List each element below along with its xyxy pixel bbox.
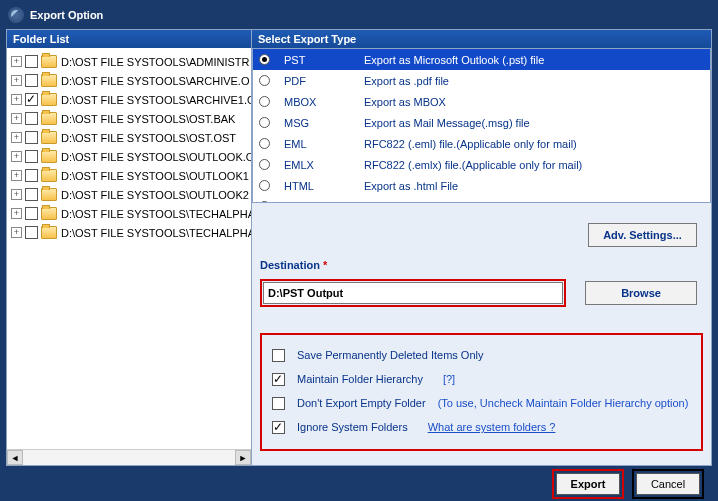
export-type-description: Export as .pdf file bbox=[364, 75, 704, 87]
tree-row[interactable]: +D:\OST FILE SYSTOOLS\OST.BAK bbox=[11, 109, 251, 128]
export-type-radio[interactable] bbox=[259, 180, 270, 191]
tree-row[interactable]: +D:\OST FILE SYSTOOLS\ARCHIVE1.O bbox=[11, 90, 251, 109]
folder-checkbox[interactable] bbox=[25, 93, 38, 106]
required-indicator: * bbox=[323, 259, 327, 271]
expand-icon[interactable]: + bbox=[11, 132, 22, 143]
expand-icon[interactable]: + bbox=[11, 75, 22, 86]
tree-row[interactable]: +D:\OST FILE SYSTOOLS\TECHALPHA bbox=[11, 223, 251, 242]
export-type-list[interactable]: PSTExport as Microsoft Outlook (.pst) fi… bbox=[252, 48, 711, 203]
option-ignore-system[interactable]: Ignore System Folders What are system fo… bbox=[272, 415, 691, 439]
export-type-row[interactable]: MBOXExport as MBOX bbox=[253, 91, 710, 112]
tree-row[interactable]: +D:\OST FILE SYSTOOLS\OUTLOOK1 bbox=[11, 166, 251, 185]
export-type-description: Export as .html File bbox=[364, 180, 704, 192]
export-type-row[interactable]: MSGExport as Mail Message(.msg) file bbox=[253, 112, 710, 133]
folder-icon bbox=[41, 150, 57, 163]
expand-icon[interactable]: + bbox=[11, 94, 22, 105]
help-link[interactable]: [?] bbox=[443, 373, 455, 385]
tree-row[interactable]: +D:\OST FILE SYSTOOLS\OST.OST bbox=[11, 128, 251, 147]
folder-label: D:\OST FILE SYSTOOLS\ARCHIVE1.O bbox=[61, 94, 251, 106]
no-empty-hint: (To use, Uncheck Maintain Folder Hierarc… bbox=[438, 397, 689, 409]
folder-checkbox[interactable] bbox=[25, 226, 38, 239]
app-icon bbox=[8, 7, 24, 23]
folder-checkbox[interactable] bbox=[25, 131, 38, 144]
folder-icon bbox=[41, 226, 57, 239]
scroll-right-icon[interactable]: ► bbox=[235, 450, 251, 465]
export-type-row[interactable]: EMLRFC822 (.eml) file.(Applicable only f… bbox=[253, 133, 710, 154]
destination-label: Destination * bbox=[260, 259, 703, 271]
expand-icon[interactable]: + bbox=[11, 151, 22, 162]
export-type-format: EML bbox=[284, 138, 364, 150]
content: Folder List +D:\OST FILE SYSTOOLS\ADMINI… bbox=[6, 29, 712, 466]
folder-tree[interactable]: +D:\OST FILE SYSTOOLS\ADMINISTR+D:\OST F… bbox=[7, 48, 251, 449]
export-type-row[interactable]: PDFExport as .pdf file bbox=[253, 70, 710, 91]
export-type-radio[interactable] bbox=[259, 117, 270, 128]
folder-list-header: Folder List bbox=[7, 30, 251, 48]
tree-row[interactable]: +D:\OST FILE SYSTOOLS\OUTLOOK2 bbox=[11, 185, 251, 204]
cancel-button[interactable]: Cancel bbox=[636, 473, 700, 495]
expand-icon[interactable]: + bbox=[11, 208, 22, 219]
tree-row[interactable]: +D:\OST FILE SYSTOOLS\ARCHIVE.O bbox=[11, 71, 251, 90]
footer: Export Cancel bbox=[0, 466, 718, 501]
export-type-format: HTML bbox=[284, 180, 364, 192]
cancel-wrap: Cancel bbox=[632, 469, 704, 499]
system-folders-link[interactable]: What are system folders ? bbox=[428, 421, 556, 433]
checkbox-no-empty[interactable] bbox=[272, 397, 285, 410]
export-type-format: MSG bbox=[284, 117, 364, 129]
folder-checkbox[interactable] bbox=[25, 188, 38, 201]
tree-row[interactable]: +D:\OST FILE SYSTOOLS\TECHALPHA bbox=[11, 204, 251, 223]
folder-checkbox[interactable] bbox=[25, 150, 38, 163]
export-highlight: Export bbox=[552, 469, 624, 499]
advanced-settings-button[interactable]: Adv. Settings... bbox=[588, 223, 697, 247]
folder-label: D:\OST FILE SYSTOOLS\OUTLOOK.O bbox=[61, 151, 251, 163]
expand-icon[interactable]: + bbox=[11, 170, 22, 181]
folder-tree-hscroll[interactable]: ◄ ► bbox=[7, 449, 251, 465]
destination-input[interactable] bbox=[263, 282, 563, 304]
folder-checkbox[interactable] bbox=[25, 55, 38, 68]
expand-icon[interactable]: + bbox=[11, 189, 22, 200]
expand-icon[interactable]: + bbox=[11, 56, 22, 67]
folder-checkbox[interactable] bbox=[25, 112, 38, 125]
folder-checkbox[interactable] bbox=[25, 207, 38, 220]
checkbox-save-deleted[interactable] bbox=[272, 349, 285, 362]
option-maintain-hierarchy[interactable]: Maintain Folder Hierarchy [?] bbox=[272, 367, 691, 391]
export-type-radio[interactable] bbox=[259, 159, 270, 170]
folder-label: D:\OST FILE SYSTOOLS\OST.BAK bbox=[61, 113, 235, 125]
browse-button[interactable]: Browse bbox=[585, 281, 697, 305]
folder-label: D:\OST FILE SYSTOOLS\OUTLOOK2 bbox=[61, 189, 249, 201]
destination-row: Browse bbox=[260, 279, 703, 307]
export-type-description: Export as Mail Message(.msg) file bbox=[364, 117, 704, 129]
tree-row[interactable]: +D:\OST FILE SYSTOOLS\ADMINISTR bbox=[11, 52, 251, 71]
scroll-track[interactable] bbox=[23, 450, 235, 465]
export-button[interactable]: Export bbox=[556, 473, 620, 495]
export-type-radio[interactable] bbox=[259, 96, 270, 107]
checkbox-ignore-system[interactable] bbox=[272, 421, 285, 434]
tree-row[interactable]: +D:\OST FILE SYSTOOLS\OUTLOOK.O bbox=[11, 147, 251, 166]
export-type-row[interactable]: PSTExport as Microsoft Outlook (.pst) fi… bbox=[253, 49, 710, 70]
export-type-row[interactable]: EMLXRFC822 (.emlx) file.(Applicable only… bbox=[253, 154, 710, 175]
folder-icon bbox=[41, 74, 57, 87]
export-type-description: Export as Microsoft Outlook (.pst) file bbox=[364, 54, 704, 66]
titlebar: Export Option bbox=[0, 0, 718, 29]
export-type-format: MBOX bbox=[284, 96, 364, 108]
export-type-row[interactable]: HTMLExport as .html File bbox=[253, 175, 710, 196]
folder-label: D:\OST FILE SYSTOOLS\ARCHIVE.O bbox=[61, 75, 249, 87]
option-no-empty[interactable]: Don't Export Empty Folder (To use, Unche… bbox=[272, 391, 691, 415]
folder-checkbox[interactable] bbox=[25, 74, 38, 87]
checkbox-maintain-hierarchy[interactable] bbox=[272, 373, 285, 386]
export-type-radio[interactable] bbox=[259, 75, 270, 86]
export-type-row[interactable]: vCardExport into vCard(.vcf) format bbox=[253, 196, 710, 203]
export-type-radio[interactable] bbox=[259, 138, 270, 149]
folder-label: D:\OST FILE SYSTOOLS\TECHALPHA bbox=[61, 208, 251, 220]
folder-icon bbox=[41, 188, 57, 201]
expand-icon[interactable]: + bbox=[11, 227, 22, 238]
export-type-format: PDF bbox=[284, 75, 364, 87]
options-box: Save Permanently Deleted Items Only Main… bbox=[260, 333, 703, 451]
export-settings: Adv. Settings... Destination * Browse Sa… bbox=[252, 203, 711, 465]
export-type-description: RFC822 (.eml) file.(Applicable only for … bbox=[364, 138, 704, 150]
export-type-radio[interactable] bbox=[259, 54, 270, 65]
expand-icon[interactable]: + bbox=[11, 113, 22, 124]
folder-icon bbox=[41, 169, 57, 182]
scroll-left-icon[interactable]: ◄ bbox=[7, 450, 23, 465]
folder-checkbox[interactable] bbox=[25, 169, 38, 182]
option-save-deleted[interactable]: Save Permanently Deleted Items Only bbox=[272, 343, 691, 367]
